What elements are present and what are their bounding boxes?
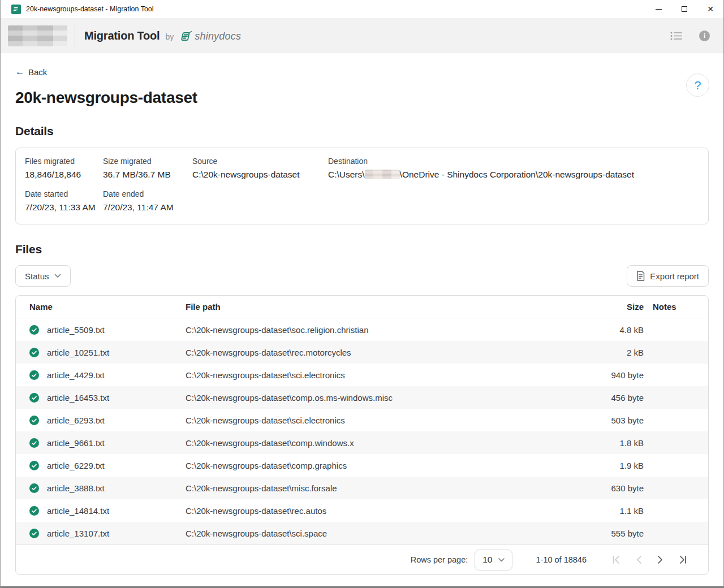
maximize-button[interactable] xyxy=(671,0,697,18)
document-icon xyxy=(636,271,645,281)
table-row[interactable]: article_3888.txt C:\20k-newsgroups-datas… xyxy=(16,477,708,499)
redacted-username xyxy=(365,170,400,179)
log-list-icon[interactable] xyxy=(670,31,682,41)
file-size: 503 byte xyxy=(573,416,644,425)
column-header-notes: Notes xyxy=(644,302,695,312)
info-icon[interactable]: i xyxy=(699,31,710,41)
table-row[interactable]: article_10251.txt C:\20k-newsgroups-data… xyxy=(16,341,708,364)
first-page-button[interactable] xyxy=(611,555,621,564)
file-size: 1.8 kB xyxy=(573,438,644,448)
file-name: article_3888.txt xyxy=(47,483,105,493)
export-report-button[interactable]: Export report xyxy=(627,265,709,287)
header-divider xyxy=(75,25,75,46)
close-button[interactable]: ✕ xyxy=(697,0,723,18)
files-heading: Files xyxy=(15,243,709,256)
files-controls: Status Export report xyxy=(15,265,709,287)
detail-field-label: Source xyxy=(192,157,328,166)
table-row[interactable]: article_6229.txt C:\20k-newsgroups-datas… xyxy=(16,454,708,477)
table-row[interactable]: article_5509.txt C:\20k-newsgroups-datas… xyxy=(16,318,708,341)
app-icon xyxy=(11,5,21,14)
file-name: article_10251.txt xyxy=(47,348,109,357)
success-status-icon xyxy=(29,325,39,335)
file-name: article_16453.txt xyxy=(47,393,109,403)
minimize-button[interactable] xyxy=(645,0,671,18)
file-size: 630 byte xyxy=(573,483,644,493)
success-status-icon xyxy=(29,506,39,516)
help-button[interactable]: ? xyxy=(686,74,709,97)
detail-field: Destination C:\Users\\OneDrive - Shinydo… xyxy=(328,157,699,180)
app-window: 20k-newsgroups-dataset - Migration Tool … xyxy=(0,0,724,588)
file-path: C:\20k-newsgroups-dataset\comp.os.ms-win… xyxy=(186,393,573,403)
table-row[interactable]: article_14814.txt C:\20k-newsgroups-data… xyxy=(16,499,708,522)
shinydocs-logo-icon xyxy=(179,29,193,43)
success-status-icon xyxy=(29,529,39,538)
file-size: 1.1 kB xyxy=(573,506,644,516)
detail-field: Date ended 7/20/23, 11:47 AM xyxy=(103,189,192,213)
file-size: 940 byte xyxy=(573,370,644,380)
file-name: article_6293.txt xyxy=(47,416,105,425)
file-path: C:\20k-newsgroups-dataset\comp.windows.x xyxy=(186,438,573,448)
file-path: C:\20k-newsgroups-dataset\rec.motorcycle… xyxy=(186,348,573,357)
titlebar: 20k-newsgroups-dataset - Migration Tool … xyxy=(1,0,723,18)
file-name: article_6229.txt xyxy=(47,461,105,470)
rows-per-page-value: 10 xyxy=(482,555,492,565)
maximize-icon xyxy=(682,6,687,12)
detail-field-label: Date ended xyxy=(103,189,192,198)
table-header-row: Name File path Size Notes xyxy=(16,296,708,318)
shinydocs-brand: shinydocs xyxy=(179,29,241,43)
redacted-company-logo xyxy=(8,25,67,46)
rows-per-page-label: Rows per page: xyxy=(411,555,468,564)
app-name: Migration Tool xyxy=(84,29,160,42)
status-filter-label: Status xyxy=(25,271,49,281)
pagination-range: 1-10 of 18846 xyxy=(536,555,587,564)
brand-name: shinydocs xyxy=(195,31,241,42)
file-path: C:\20k-newsgroups-dataset\comp.graphics xyxy=(186,461,573,470)
details-card: Files migrated 18,846/18,846 Size migrat… xyxy=(15,148,709,224)
detail-field-value: 18,846/18,846 xyxy=(25,170,103,180)
detail-field-value: 7/20/23, 11:47 AM xyxy=(103,202,192,213)
file-size: 1.9 kB xyxy=(573,461,644,470)
status-filter-dropdown[interactable]: Status xyxy=(15,265,71,287)
details-heading: Details xyxy=(15,124,709,138)
success-status-icon xyxy=(29,483,39,493)
back-label: Back xyxy=(28,67,47,77)
app-header: Migration Tool by shinydocs xyxy=(1,18,723,53)
previous-page-button[interactable] xyxy=(635,555,643,564)
file-size: 4.8 kB xyxy=(573,325,644,335)
table-row[interactable]: article_13107.txt C:\20k-newsgroups-data… xyxy=(16,522,708,544)
success-status-icon xyxy=(29,438,39,448)
last-page-button[interactable] xyxy=(678,555,688,564)
close-icon: ✕ xyxy=(707,5,714,13)
success-status-icon xyxy=(29,393,39,403)
window-title: 20k-newsgroups-dataset - Migration Tool xyxy=(26,5,154,13)
next-page-button[interactable] xyxy=(657,555,664,564)
table-footer: Rows per page: 10 1-10 of 18846 xyxy=(16,544,708,574)
success-status-icon xyxy=(29,461,39,470)
detail-field-value: 7/20/23, 11:33 AM xyxy=(25,202,103,213)
detail-field: Date started 7/20/23, 11:33 AM xyxy=(25,189,103,213)
back-link[interactable]: ← Back xyxy=(15,67,47,77)
main-content: ← Back ? 20k-newsgroups-dataset Details … xyxy=(1,53,723,586)
file-path: C:\20k-newsgroups-dataset\rec.autos xyxy=(186,506,573,516)
chevron-down-icon xyxy=(498,558,505,562)
detail-field-value: 36.7 MB/36.7 MB xyxy=(103,170,192,180)
file-size: 2 kB xyxy=(573,348,644,357)
success-status-icon xyxy=(29,348,39,357)
file-name: article_5509.txt xyxy=(47,325,105,335)
files-table: Name File path Size Notes article_5509.t… xyxy=(15,295,709,575)
detail-field-label: Date started xyxy=(25,189,103,198)
table-row[interactable]: article_16453.txt C:\20k-newsgroups-data… xyxy=(16,386,708,409)
file-path: C:\20k-newsgroups-dataset\sci.electronic… xyxy=(186,416,573,425)
table-row[interactable]: article_4429.txt C:\20k-newsgroups-datas… xyxy=(16,364,708,386)
rows-per-page-select[interactable]: 10 xyxy=(475,550,512,570)
file-size: 456 byte xyxy=(573,393,644,403)
table-row[interactable]: article_9661.txt C:\20k-newsgroups-datas… xyxy=(16,431,708,454)
detail-field: Source C:\20k-newsgroups-dataset xyxy=(192,157,328,180)
page-title: 20k-newsgroups-dataset xyxy=(15,89,709,107)
file-path: C:\20k-newsgroups-dataset\misc.forsale xyxy=(186,483,573,493)
table-row[interactable]: article_6293.txt C:\20k-newsgroups-datas… xyxy=(16,409,708,431)
back-arrow-icon: ← xyxy=(15,67,24,77)
success-status-icon xyxy=(29,370,39,380)
chevron-down-icon xyxy=(54,274,61,278)
detail-field-value: C:\Users\\OneDrive - Shinydocs Corporati… xyxy=(328,170,699,180)
